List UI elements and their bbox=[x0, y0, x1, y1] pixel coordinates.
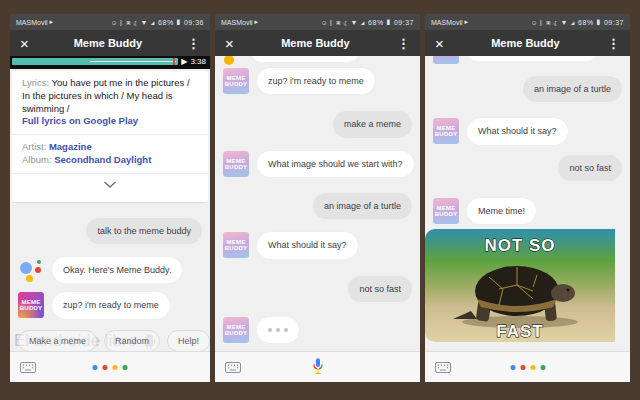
meme-buddy-avatar: MEME BUDDY bbox=[223, 151, 249, 177]
album-label: Album: bbox=[22, 154, 52, 165]
bot-message: What image should we start with? bbox=[257, 151, 414, 177]
battery-percent: 68% bbox=[578, 19, 594, 26]
phone-screen-2: MASMovil ▸ ⊙ ᛒ ▣ ☾ ▼ ◢ 68% ▮ 09:37 × Mem… bbox=[215, 14, 420, 382]
app-bar: × Meme Buddy ⋮ bbox=[215, 30, 420, 56]
chip-random[interactable]: Random bbox=[104, 330, 160, 351]
user-message: make a meme bbox=[333, 111, 412, 137]
overflow-menu-icon[interactable]: ⋮ bbox=[187, 36, 200, 51]
chat-row: MEME BUDDY bbox=[223, 317, 412, 343]
chip-make-a-meme[interactable]: Make a meme bbox=[18, 330, 97, 351]
status-icons: ⊙ ᛒ ▣ ☾ ▼ ◢ bbox=[532, 19, 575, 26]
assistant-dot-yellow bbox=[26, 275, 33, 282]
artist-link[interactable]: Magazine bbox=[49, 141, 92, 152]
avatar-text-line2: BUDDY bbox=[223, 164, 249, 170]
chat-row: MEME BUDDY What should it say? bbox=[433, 118, 622, 144]
clock: 09:36 bbox=[184, 19, 204, 26]
dot-green bbox=[540, 365, 545, 370]
meme-buddy-avatar: MEME BUDDY bbox=[433, 198, 459, 224]
chat-row: MEME BUDDY Meme time! bbox=[433, 198, 622, 224]
avatar-text-line2: BUDDY bbox=[223, 245, 249, 251]
user-message: not so fast bbox=[348, 276, 412, 302]
dot-blue bbox=[510, 365, 515, 370]
carrier-arrow-icon: ▸ bbox=[465, 18, 469, 26]
keyboard-icon[interactable] bbox=[20, 362, 36, 373]
status-bar: MASMovil ▸ ⊙ ᛒ ▣ ☾ ▼ ◢ 68% ▮ 09:37 bbox=[425, 14, 630, 30]
close-icon[interactable]: × bbox=[225, 36, 234, 51]
page-title: Meme Buddy bbox=[444, 37, 607, 49]
avatar-text-line1: MEME bbox=[223, 158, 249, 164]
google-mic-icon[interactable] bbox=[310, 357, 326, 377]
dot-blue bbox=[93, 365, 98, 370]
typing-dot bbox=[268, 328, 272, 332]
dot-green bbox=[123, 365, 128, 370]
overflow-menu-icon[interactable]: ⋮ bbox=[607, 36, 620, 51]
status-icons: ⊙ ᛒ ▣ ☾ ▼ ◢ bbox=[112, 19, 155, 26]
video-player-strip[interactable]: ▶ 3:38 bbox=[10, 56, 210, 69]
dot-red bbox=[103, 365, 108, 370]
play-icon[interactable]: ▶ bbox=[181, 57, 187, 66]
chip-help[interactable]: Help! bbox=[167, 330, 210, 351]
assistant-dot-blue bbox=[20, 262, 32, 274]
chat-row: MEME BUDDY zup? i'm ready to meme bbox=[18, 292, 202, 318]
input-bar bbox=[425, 351, 630, 382]
chat-row: an image of a turtle bbox=[433, 76, 622, 102]
input-bar bbox=[215, 351, 420, 382]
overflow-menu-icon[interactable]: ⋮ bbox=[397, 36, 410, 51]
lyrics-section: Lyrics: You have put me in the pictures … bbox=[12, 71, 208, 134]
chat-content: MEME BUDDY zup? i'm ready to meme make a… bbox=[215, 56, 420, 351]
carrier-label: MASMovil bbox=[16, 19, 48, 26]
dot-yellow bbox=[530, 365, 535, 370]
lyrics-label: Lyrics: bbox=[22, 77, 49, 88]
battery-percent: 68% bbox=[158, 19, 174, 26]
chevron-down-icon bbox=[103, 181, 117, 189]
chat-row: MEME BUDDY zup? i'm ready to meme bbox=[223, 68, 412, 94]
avatar-text-line2: BUDDY bbox=[18, 305, 44, 311]
chat-row: make a meme bbox=[223, 111, 412, 137]
status-bar: MASMovil ▸ ⊙ ᛒ ▣ ☾ ▼ ◢ 68% ▮ 09:36 bbox=[10, 14, 210, 30]
assistant-listening-dots bbox=[510, 365, 545, 370]
assistant-listening-dots bbox=[93, 365, 128, 370]
meme-bottom-text: FAST bbox=[496, 322, 543, 341]
video-playhead bbox=[173, 58, 175, 65]
typing-dot bbox=[284, 328, 288, 332]
assistant-dot-red bbox=[35, 267, 41, 273]
carrier-label: MASMovil bbox=[431, 19, 463, 26]
clipped-bubble bbox=[252, 56, 358, 62]
clock: 09:37 bbox=[604, 19, 624, 26]
status-icons: ⊙ ᛒ ▣ ☾ ▼ ◢ bbox=[322, 19, 365, 26]
close-icon[interactable]: × bbox=[435, 36, 444, 51]
avatar-text-line2: BUDDY bbox=[433, 131, 459, 137]
page-title: Meme Buddy bbox=[29, 37, 187, 49]
video-progress-line bbox=[90, 61, 176, 62]
full-lyrics-link[interactable]: Full lyrics on Google Play bbox=[22, 115, 138, 126]
meme-buddy-avatar: MEME BUDDY bbox=[223, 317, 249, 343]
suggestion-chips: Make a meme Random Help! bbox=[18, 330, 202, 351]
album-link[interactable]: Secondhand Daylight bbox=[54, 154, 151, 165]
keyboard-icon[interactable] bbox=[435, 362, 451, 373]
bot-message: What should it say? bbox=[467, 118, 568, 144]
battery-percent: 68% bbox=[368, 19, 384, 26]
carrier-arrow-icon: ▸ bbox=[50, 18, 54, 26]
user-message: an image of a turtle bbox=[523, 76, 622, 102]
avatar-text-line2: BUDDY bbox=[223, 81, 249, 87]
meme-buddy-avatar: MEME BUDDY bbox=[18, 292, 44, 318]
avatar-text-line2: BUDDY bbox=[433, 211, 459, 217]
meme-buddy-avatar: MEME BUDDY bbox=[223, 68, 249, 94]
expand-card-button[interactable] bbox=[12, 173, 208, 202]
close-icon[interactable]: × bbox=[20, 36, 29, 51]
assistant-dot-green bbox=[37, 260, 41, 264]
meme-buddy-avatar: MEME BUDDY bbox=[433, 118, 459, 144]
chat-content: ▶ 3:38 Lyrics: You have put me in the pi… bbox=[10, 56, 210, 351]
typing-indicator bbox=[257, 317, 299, 343]
battery-icon: ▮ bbox=[177, 18, 181, 26]
chat-row: talk to the meme buddy bbox=[18, 218, 202, 244]
phone-screen-3: MASMovil ▸ ⊙ ᛒ ▣ ☾ ▼ ◢ 68% ▮ 09:37 × Mem… bbox=[425, 14, 630, 382]
user-message: an image of a turtle bbox=[313, 193, 412, 219]
user-message: not so fast bbox=[558, 155, 622, 181]
keyboard-icon[interactable] bbox=[225, 362, 241, 373]
meme-top-text: NOT SO bbox=[484, 236, 555, 255]
page-title: Meme Buddy bbox=[234, 37, 397, 49]
chat-row: MEME BUDDY What image should we start wi… bbox=[223, 151, 412, 177]
assistant-message: Okay. Here's Meme Buddy. bbox=[52, 257, 182, 283]
clipped-bubble bbox=[467, 56, 597, 61]
